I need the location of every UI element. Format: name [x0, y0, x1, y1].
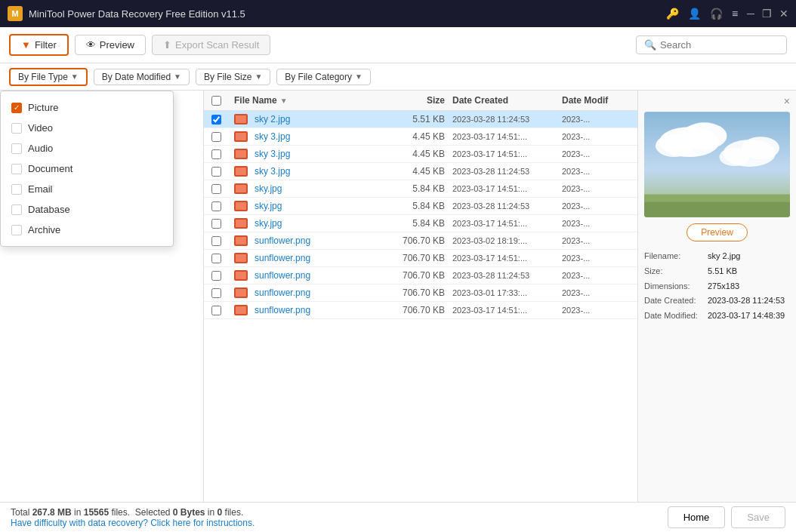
- file-date-modified: 2023-...: [562, 306, 630, 315]
- database-label: Database: [28, 204, 70, 215]
- col-name-label: File Name: [234, 95, 277, 106]
- file-date-created: 2023-03-17 14:51:...: [452, 219, 562, 228]
- file-date-created: 2023-03-17 14:51:...: [452, 149, 562, 158]
- audio-option[interactable]: Audio: [1, 138, 173, 158]
- date-modified-label: Date Modified:: [644, 309, 705, 324]
- row-checkbox[interactable]: [211, 201, 221, 211]
- file-date-created: 2023-03-17 14:51:...: [452, 254, 562, 263]
- file-date-created: 2023-03-02 18:19:...: [452, 236, 562, 245]
- file-type-icon: [234, 149, 248, 159]
- email-checkbox[interactable]: [11, 184, 22, 195]
- file-size: 706.70 KB: [384, 305, 452, 315]
- picture-checkbox[interactable]: ✓: [11, 103, 22, 113]
- table-row[interactable]: sunflower.png 706.70 KB 2023-03-17 14:51…: [204, 250, 637, 267]
- row-checkbox[interactable]: [211, 132, 221, 142]
- row-checkbox[interactable]: [211, 306, 221, 315]
- table-row[interactable]: sky 2.jpg 5.51 KB 2023-03-28 11:24:53 20…: [204, 111, 637, 128]
- file-size: 4.45 KB: [384, 149, 452, 159]
- titlebar-controls: 🔑 👤 🎧 ≡: [666, 8, 738, 20]
- video-checkbox[interactable]: [11, 123, 22, 134]
- file-type-dropdown[interactable]: By File Type ▼: [9, 68, 88, 86]
- file-size: 5.51 KB: [384, 114, 452, 125]
- file-size: 706.70 KB: [384, 270, 452, 281]
- svg-rect-2: [644, 195, 790, 202]
- main-area: ✓ Picture Video Audio Document Email: [0, 91, 796, 502]
- filter-button[interactable]: ▼ Filter: [9, 34, 69, 56]
- filename-label: Filename:: [644, 249, 705, 264]
- file-size: 4.45 KB: [384, 131, 452, 142]
- row-checkbox[interactable]: [211, 115, 221, 125]
- menu-icon[interactable]: ≡: [732, 8, 738, 20]
- row-checkbox[interactable]: [211, 167, 221, 177]
- file-type-icon: [234, 288, 248, 298]
- search-input[interactable]: [660, 39, 779, 51]
- archive-option[interactable]: Archive: [1, 220, 173, 240]
- filter-icon: ▼: [21, 39, 31, 51]
- preview-action-button[interactable]: Preview: [686, 223, 748, 241]
- row-checkbox[interactable]: [211, 254, 221, 263]
- row-checkbox[interactable]: [211, 236, 221, 246]
- file-date-created: 2023-03-28 11:24:53: [452, 271, 562, 280]
- file-size: 5.84 KB: [384, 201, 452, 211]
- file-name: sunflower.png: [255, 253, 384, 263]
- file-date-modified: 2023-...: [562, 271, 630, 280]
- file-category-dropdown[interactable]: By File Category ▼: [276, 69, 371, 85]
- meta-table: Filename: sky 2.jpg Size: 5.51 KB Dimens…: [644, 249, 790, 324]
- table-row[interactable]: sky 3.jpg 4.45 KB 2023-03-17 14:51:... 2…: [204, 146, 637, 163]
- archive-checkbox[interactable]: [11, 225, 22, 235]
- key-icon[interactable]: 🔑: [666, 8, 679, 20]
- table-row[interactable]: sunflower.png 706.70 KB 2023-03-28 11:24…: [204, 267, 637, 284]
- file-size: 706.70 KB: [384, 253, 452, 263]
- picture-option[interactable]: ✓ Picture: [1, 97, 173, 118]
- file-type-icon: [234, 166, 248, 177]
- search-box[interactable]: 🔍: [636, 35, 787, 54]
- close-button[interactable]: ✕: [779, 8, 788, 20]
- archive-label: Archive: [28, 224, 60, 235]
- table-row[interactable]: sunflower.png 706.70 KB 2023-03-02 18:19…: [204, 232, 637, 250]
- file-type-icon: [234, 183, 248, 194]
- table-row[interactable]: sunflower.png 706.70 KB 2023-03-17 14:51…: [204, 302, 637, 319]
- table-row[interactable]: sunflower.png 706.70 KB 2023-03-01 17:33…: [204, 284, 637, 302]
- row-checkbox[interactable]: [211, 149, 221, 159]
- titlebar: M MiniTool Power Data Recovery Free Edit…: [0, 0, 796, 27]
- date-modified-dropdown[interactable]: By Date Modified ▼: [94, 69, 190, 85]
- audio-checkbox[interactable]: [11, 143, 22, 154]
- video-label: Video: [28, 122, 53, 134]
- export-button[interactable]: ⬆ Export Scan Result: [152, 35, 270, 55]
- audio-label: Audio: [28, 143, 53, 154]
- table-row[interactable]: sky.jpg 5.84 KB 2023-03-28 11:24:53 2023…: [204, 198, 637, 215]
- restore-button[interactable]: ❐: [762, 8, 772, 20]
- table-row[interactable]: sky.jpg 5.84 KB 2023-03-17 14:51:... 202…: [204, 215, 637, 232]
- database-option[interactable]: Database: [1, 199, 173, 220]
- file-date-created: 2023-03-28 11:24:53: [452, 201, 562, 211]
- user-icon[interactable]: 👤: [688, 8, 701, 20]
- document-option[interactable]: Document: [1, 158, 173, 179]
- email-option[interactable]: Email: [1, 179, 173, 199]
- help-link[interactable]: Have difficulty with data recovery? Clic…: [11, 518, 255, 528]
- home-button[interactable]: Home: [668, 506, 726, 528]
- date-created-value: 2023-03-28 11:24:53: [708, 294, 785, 309]
- row-checkbox[interactable]: [211, 288, 221, 298]
- file-size-dropdown[interactable]: By File Size ▼: [196, 69, 270, 85]
- row-checkbox[interactable]: [211, 271, 221, 281]
- table-row[interactable]: sky.jpg 5.84 KB 2023-03-17 14:51:... 202…: [204, 180, 637, 198]
- col-date-created-label: Date Created: [452, 95, 508, 106]
- save-button[interactable]: Save: [731, 506, 785, 528]
- file-size-label: By File Size: [204, 72, 251, 82]
- video-option[interactable]: Video: [1, 118, 173, 138]
- sort-icon[interactable]: ▼: [280, 97, 288, 105]
- document-checkbox[interactable]: [11, 164, 22, 174]
- row-checkbox[interactable]: [211, 219, 221, 229]
- file-type-icon: [234, 114, 248, 125]
- table-row[interactable]: sky 3.jpg 4.45 KB 2023-03-17 14:51:... 2…: [204, 128, 637, 146]
- preview-button[interactable]: 👁 Preview: [75, 35, 146, 55]
- close-preview-button[interactable]: ×: [784, 95, 790, 107]
- table-row[interactable]: sky 3.jpg 4.45 KB 2023-03-28 11:24:53 20…: [204, 163, 637, 180]
- database-checkbox[interactable]: [11, 204, 22, 215]
- file-name: sunflower.png: [255, 288, 384, 298]
- row-checkbox[interactable]: [211, 184, 221, 194]
- dimensions-value: 275x183: [708, 279, 739, 294]
- select-all-checkbox[interactable]: [211, 96, 221, 106]
- headphone-icon[interactable]: 🎧: [710, 8, 723, 20]
- minimize-button[interactable]: ─: [747, 8, 754, 20]
